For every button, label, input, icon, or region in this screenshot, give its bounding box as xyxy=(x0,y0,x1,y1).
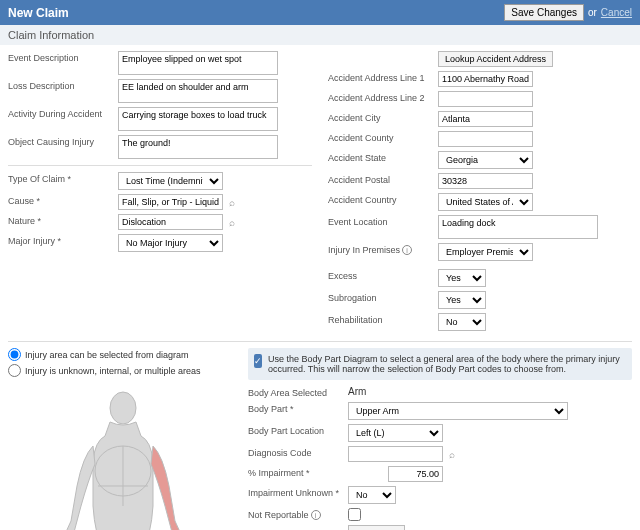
info-note-icon: ✓ xyxy=(254,354,262,368)
label-body-part: Body Part * xyxy=(248,402,348,414)
info-note-text: Use the Body Part Diagram to select a ge… xyxy=(268,354,626,374)
cause-input[interactable] xyxy=(118,194,223,210)
addr1-input[interactable] xyxy=(438,71,533,87)
page-title: New Claim xyxy=(8,6,69,20)
body-part-form: Body Area SelectedArm Body Part *Upper A… xyxy=(248,386,632,530)
label-cause: Cause * xyxy=(8,194,118,206)
event-location-input[interactable]: Loading dock xyxy=(438,215,598,239)
label-object: Object Causing Injury xyxy=(8,135,118,147)
postal-input[interactable] xyxy=(438,173,533,189)
excess-select[interactable]: Yes xyxy=(438,269,486,287)
page-header: New Claim Save Changes or Cancel xyxy=(0,0,640,25)
label-loss-desc: Loss Description xyxy=(8,79,118,91)
label-postal: Accident Postal xyxy=(328,173,438,185)
bp-location-select[interactable]: Left (L) xyxy=(348,424,443,442)
diag-code-input[interactable] xyxy=(348,446,443,462)
addr2-input[interactable] xyxy=(438,91,533,107)
label-major-injury: Major Injury * xyxy=(8,234,118,246)
not-reportable-checkbox[interactable] xyxy=(348,508,361,521)
body-part-select[interactable]: Upper Arm xyxy=(348,402,568,420)
label-rehab: Rehabilitation xyxy=(328,313,438,325)
label-bp-location: Body Part Location xyxy=(248,424,348,436)
search-icon[interactable]: ⌕ xyxy=(226,216,238,228)
label-not-reportable: Not Reportablei xyxy=(248,508,348,520)
label-addr2: Accident Address Line 2 xyxy=(328,91,438,103)
label-city: Accident City xyxy=(328,111,438,123)
pct-impairment-input[interactable] xyxy=(388,466,443,482)
state-select[interactable]: Georgia xyxy=(438,151,533,169)
label-event-loc: Event Location xyxy=(328,215,438,227)
county-input[interactable] xyxy=(438,131,533,147)
city-input[interactable] xyxy=(438,111,533,127)
cancel-link[interactable]: Cancel xyxy=(601,7,632,18)
injury-radio-diagram[interactable] xyxy=(8,348,21,361)
header-actions: Save Changes or Cancel xyxy=(504,4,632,21)
subrogation-select[interactable]: Yes xyxy=(438,291,486,309)
type-of-claim-select[interactable]: Lost Time (Indemnity) xyxy=(118,172,223,190)
country-select[interactable]: United States of America xyxy=(438,193,533,211)
label-state: Accident State xyxy=(328,151,438,163)
label-premises: Injury In Premisesi xyxy=(328,243,438,255)
label-county: Accident County xyxy=(328,131,438,143)
info-note: ✓ Use the Body Part Diagram to select a … xyxy=(248,348,632,380)
label-diag-code: Diagnosis Code xyxy=(248,446,348,458)
label-pct-impairment: % Impairment * xyxy=(248,466,348,478)
info-icon[interactable]: i xyxy=(402,245,412,255)
injury-radio-unknown[interactable] xyxy=(8,364,21,377)
injury-radio-unknown-label: Injury is unknown, internal, or multiple… xyxy=(25,366,201,376)
label-event-desc: Event Description xyxy=(8,51,118,63)
save-changes-button[interactable]: Save Changes xyxy=(504,4,584,21)
label-country: Accident Country xyxy=(328,193,438,205)
object-causing-input[interactable]: The ground! xyxy=(118,135,278,159)
injury-radio-group: Injury area can be selected from diagram… xyxy=(8,348,238,386)
premises-select[interactable]: Employer Premises xyxy=(438,243,533,261)
body-area-value: Arm xyxy=(348,386,366,397)
section-claim-info: Claim Information xyxy=(0,25,640,45)
activity-input[interactable]: Carrying storage boxes to load truck xyxy=(118,107,278,131)
label-body-area: Body Area Selected xyxy=(248,386,348,398)
or-text: or xyxy=(588,7,597,18)
search-icon[interactable]: ⌕ xyxy=(446,448,458,460)
event-desc-input[interactable]: Employee slipped on wet spot xyxy=(118,51,278,75)
info-icon[interactable]: i xyxy=(311,510,321,520)
label-subrogation: Subrogation xyxy=(328,291,438,303)
lookup-address-button[interactable]: Lookup Accident Address xyxy=(438,51,553,67)
add-part-button[interactable]: Add Part xyxy=(348,525,405,530)
label-addr1: Accident Address Line 1 xyxy=(328,71,438,83)
label-imp-unknown: Impairment Unknown * xyxy=(248,486,348,498)
injury-radio-diagram-label: Injury area can be selected from diagram xyxy=(25,350,189,360)
label-activity: Activity During Accident xyxy=(8,107,118,119)
label-type-claim: Type Of Claim * xyxy=(8,172,118,184)
left-column: Event DescriptionEmployee slipped on wet… xyxy=(8,51,312,335)
right-column: Lookup Accident Address Accident Address… xyxy=(328,51,632,335)
major-injury-select[interactable]: No Major Injury xyxy=(118,234,223,252)
search-icon[interactable]: ⌕ xyxy=(226,196,238,208)
rehab-select[interactable]: No xyxy=(438,313,486,331)
body-diagram[interactable] xyxy=(8,386,238,530)
loss-desc-input[interactable]: EE landed on shoulder and arm xyxy=(118,79,278,103)
nature-input[interactable] xyxy=(118,214,223,230)
imp-unknown-select[interactable]: No xyxy=(348,486,396,504)
label-nature: Nature * xyxy=(8,214,118,226)
svg-point-0 xyxy=(110,392,136,424)
label-excess: Excess xyxy=(328,269,438,281)
